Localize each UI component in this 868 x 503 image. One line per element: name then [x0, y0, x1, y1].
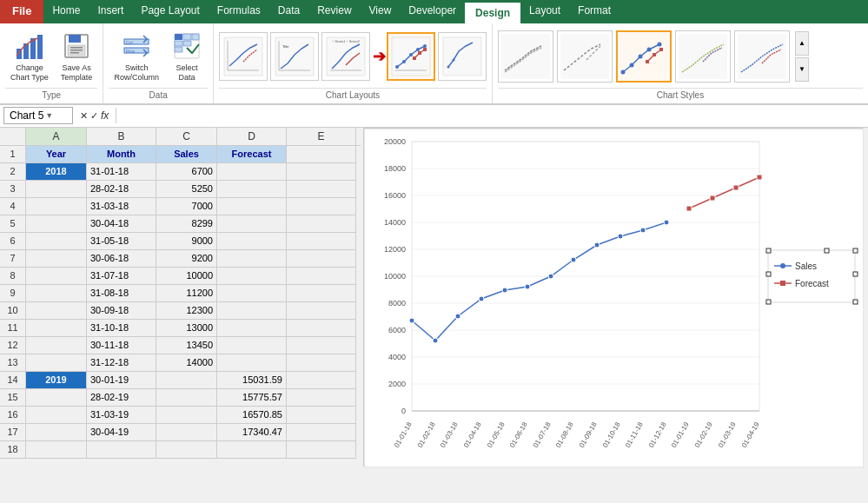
cell-c9[interactable]: 11200 [156, 285, 217, 302]
tab-view[interactable]: View [361, 0, 401, 23]
cell-a13[interactable] [26, 354, 87, 372]
cell-b2[interactable]: 31-01-18 [87, 163, 156, 181]
cell-c5[interactable]: 8299 [156, 215, 217, 233]
name-box[interactable]: Chart 5 ▼ [3, 107, 73, 124]
layout-item-5[interactable] [438, 32, 487, 81]
cell-d13[interactable] [217, 354, 287, 372]
cell-b6[interactable]: 31-05-18 [87, 233, 156, 250]
confirm-formula-btn[interactable]: ✓ [90, 110, 98, 122]
cell-c16[interactable] [156, 407, 217, 424]
cell-b11[interactable]: 31-10-18 [87, 320, 156, 337]
cell-b5[interactable]: 30-04-18 [87, 215, 156, 233]
cell-c18[interactable] [156, 441, 217, 459]
cell-a3[interactable] [26, 181, 87, 198]
cell-a16[interactable] [26, 407, 87, 424]
cell-c3[interactable]: 5250 [156, 181, 217, 198]
layout-item-2[interactable]: Title [270, 32, 319, 81]
cell-a11[interactable] [26, 320, 87, 337]
cell-d4[interactable] [217, 198, 287, 215]
cell-b9[interactable]: 31-08-18 [87, 285, 156, 302]
col-header-c[interactable]: C [156, 128, 217, 145]
tab-home[interactable]: Home [43, 0, 89, 23]
chart-style-3-selected[interactable] [616, 30, 672, 83]
cell-d3[interactable] [217, 181, 287, 198]
cell-d12[interactable] [217, 337, 287, 354]
layout-item-3[interactable]: ─ Series1 ─ Series2 [321, 32, 370, 81]
cell-a8[interactable] [26, 268, 87, 285]
cell-a1[interactable]: Year [26, 146, 87, 163]
cell-a2[interactable]: 2018 [26, 163, 87, 181]
cell-d5[interactable] [217, 215, 287, 233]
cell-b10[interactable]: 30-09-18 [87, 302, 156, 320]
chart-style-5[interactable] [734, 30, 790, 83]
cancel-formula-btn[interactable]: ✕ [80, 110, 88, 122]
tab-page-layout[interactable]: Page Layout [132, 0, 208, 23]
cell-a17[interactable] [26, 424, 87, 441]
col-header-b[interactable]: B [87, 128, 156, 145]
col-header-e[interactable]: E [287, 128, 356, 145]
cell-c6[interactable]: 9000 [156, 233, 217, 250]
cell-d14[interactable]: 15031.59 [217, 372, 287, 389]
tab-review[interactable]: Review [308, 0, 360, 23]
formula-input[interactable] [120, 109, 865, 122]
cell-b15[interactable]: 28-02-19 [87, 389, 156, 407]
cell-c1[interactable]: Sales [156, 146, 217, 163]
cell-a15[interactable] [26, 389, 87, 407]
cell-a12[interactable] [26, 337, 87, 354]
col-header-a[interactable]: A [26, 128, 87, 145]
cell-b4[interactable]: 31-03-18 [87, 198, 156, 215]
cell-d15[interactable]: 15775.57 [217, 389, 287, 407]
tab-design[interactable]: Design [465, 0, 520, 23]
cell-b16[interactable]: 31-03-19 [87, 407, 156, 424]
cell-b3[interactable]: 28-02-18 [87, 181, 156, 198]
cell-c13[interactable]: 14000 [156, 354, 217, 372]
chart-styles-down-btn[interactable]: ▼ [795, 57, 809, 82]
cell-a4[interactable] [26, 198, 87, 215]
cell-c14[interactable] [156, 372, 217, 389]
cell-b18[interactable] [87, 441, 156, 459]
tab-data[interactable]: Data [269, 0, 308, 23]
cell-b12[interactable]: 30-11-18 [87, 337, 156, 354]
cell-c17[interactable] [156, 424, 217, 441]
cell-a6[interactable] [26, 233, 87, 250]
cell-c12[interactable]: 13450 [156, 337, 217, 354]
layout-item-1[interactable] [219, 32, 268, 81]
cell-b8[interactable]: 31-07-18 [87, 268, 156, 285]
chart-area[interactable]: 20000 18000 16000 14000 12000 10000 8000… [363, 128, 863, 467]
tab-layout[interactable]: Layout [520, 0, 569, 23]
cell-b14[interactable]: 30-01-19 [87, 372, 156, 389]
cell-b1[interactable]: Month [87, 146, 156, 163]
cell-a10[interactable] [26, 302, 87, 320]
name-box-dropdown[interactable]: ▼ [45, 111, 53, 120]
cell-b7[interactable]: 30-06-18 [87, 250, 156, 268]
cell-a14[interactable]: 2019 [26, 372, 87, 389]
cell-c2[interactable]: 6700 [156, 163, 217, 181]
save-as-template-btn[interactable]: Save AsTemplate [56, 27, 98, 86]
cell-c7[interactable]: 9200 [156, 250, 217, 268]
layout-item-4-selected[interactable] [387, 32, 435, 81]
chart-style-2[interactable] [557, 30, 613, 83]
cell-c15[interactable] [156, 389, 217, 407]
cell-d18[interactable] [217, 441, 287, 459]
cell-d6[interactable] [217, 233, 287, 250]
cell-a9[interactable] [26, 285, 87, 302]
tab-formulas[interactable]: Formulas [209, 0, 269, 23]
cell-c11[interactable]: 13000 [156, 320, 217, 337]
col-header-d[interactable]: D [217, 128, 287, 145]
chart-styles-up-btn[interactable]: ▲ [795, 31, 809, 56]
cell-d1[interactable]: Forecast [217, 146, 287, 163]
insert-function-btn[interactable]: fx [101, 109, 109, 122]
cell-d7[interactable] [217, 250, 287, 268]
select-data-btn[interactable]: SelectData [166, 27, 208, 86]
cell-d10[interactable] [217, 302, 287, 320]
cell-c10[interactable]: 12300 [156, 302, 217, 320]
cell-d8[interactable] [217, 268, 287, 285]
cell-d9[interactable] [217, 285, 287, 302]
cell-a7[interactable] [26, 250, 87, 268]
cell-c4[interactable]: 7000 [156, 198, 217, 215]
cell-b13[interactable]: 31-12-18 [87, 354, 156, 372]
tab-format[interactable]: Format [569, 0, 620, 23]
cell-d11[interactable] [217, 320, 287, 337]
cell-d16[interactable]: 16570.85 [217, 407, 287, 424]
chart-style-4[interactable] [675, 30, 731, 83]
